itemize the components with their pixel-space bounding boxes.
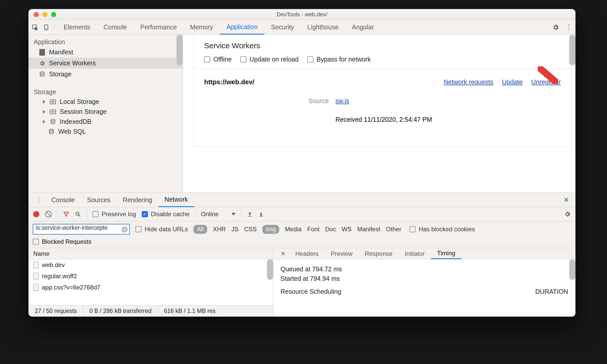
update-link[interactable]: Update	[502, 78, 523, 86]
table-icon	[50, 99, 56, 105]
top-tabs: Elements Console Performance Memory Appl…	[57, 20, 381, 34]
has-blocked-cookies-checkbox[interactable]: Has blocked cookies	[410, 226, 475, 233]
sw-origin: https://web.dev/	[204, 78, 254, 86]
settings-icon[interactable]	[552, 24, 559, 31]
more-menu-icon[interactable]: ⋮	[565, 23, 572, 31]
resource-scheduling-label: Resource Scheduling	[281, 288, 341, 295]
table-row[interactable]: app.css?v=6e2768d7	[29, 282, 273, 293]
bypass-for-network-checkbox[interactable]: Bypass for network	[307, 56, 371, 63]
offline-checkbox[interactable]: Offline	[204, 56, 232, 63]
network-settings-icon[interactable]	[564, 211, 571, 217]
drawer: ⋮ Console Sources Rendering Network ✕ Pr…	[29, 192, 575, 317]
storage-icon	[39, 71, 45, 78]
sidebar-item-session-storage[interactable]: Session Storage	[29, 107, 183, 117]
record-button[interactable]	[33, 211, 39, 217]
hide-data-urls-checkbox[interactable]: Hide data URLs	[135, 226, 188, 233]
svg-point-4	[40, 72, 44, 73]
svg-line-15	[79, 215, 80, 216]
devtools-window: DevTools - web.dev/ Elements Console Per…	[29, 9, 575, 317]
detail-tabs: ✕ Headers Preview Response Initiator Tim…	[273, 248, 575, 259]
type-other[interactable]: Other	[386, 226, 401, 233]
search-icon[interactable]	[75, 211, 81, 217]
type-doc[interactable]: Doc	[325, 226, 336, 233]
database-icon	[48, 128, 55, 135]
filter-icon[interactable]	[63, 211, 69, 217]
sidebar-item-indexeddb[interactable]: IndexedDB	[29, 117, 183, 127]
network-requests-link[interactable]: Network requests	[444, 78, 494, 86]
sidebar-item-storage[interactable]: Storage	[29, 69, 183, 80]
request-list: Name web.dev regular.woff2 app.css?v=6e2…	[29, 248, 273, 317]
tab-angular[interactable]: Angular	[345, 20, 380, 34]
detail-tab-response[interactable]: Response	[359, 248, 399, 259]
type-css[interactable]: CSS	[244, 226, 257, 233]
main-area: Application Manifest Service Workers Sto…	[29, 35, 575, 192]
disable-cache-checkbox[interactable]: Disable cache	[142, 211, 190, 218]
source-file-link[interactable]: sw.js	[335, 97, 349, 104]
type-ws[interactable]: WS	[342, 226, 352, 233]
column-header-name[interactable]: Name	[29, 248, 273, 259]
blocked-requests-checkbox[interactable]: Blocked Requests	[33, 238, 91, 245]
svg-rect-3	[39, 49, 45, 56]
drawer-tab-sources[interactable]: Sources	[81, 193, 117, 207]
tab-security[interactable]: Security	[264, 20, 301, 34]
database-icon	[50, 118, 56, 125]
file-icon	[33, 284, 39, 291]
sidebar-item-manifest[interactable]: Manifest	[29, 47, 183, 58]
detail-tab-headers[interactable]: Headers	[289, 248, 325, 259]
detail-tab-preview[interactable]: Preview	[325, 248, 359, 259]
request-list-scrollbar[interactable]	[267, 259, 273, 280]
status-requests: 27 / 50 requests	[29, 306, 83, 317]
type-media[interactable]: Media	[285, 226, 301, 233]
drawer-tab-rendering[interactable]: Rendering	[116, 193, 158, 207]
drawer-more-icon[interactable]: ⋮	[32, 196, 45, 204]
detail-tab-timing[interactable]: Timing	[431, 248, 461, 259]
disclosure-icon	[43, 120, 45, 124]
tab-performance[interactable]: Performance	[134, 20, 183, 34]
drawer-tab-network[interactable]: Network	[158, 193, 194, 207]
tab-memory[interactable]: Memory	[183, 20, 220, 34]
preserve-log-checkbox[interactable]: Preserve log	[92, 211, 136, 218]
throttling-select[interactable]: Online	[201, 211, 235, 218]
sidebar-item-label: Web SQL	[58, 128, 86, 135]
table-row[interactable]: regular.woff2	[29, 271, 273, 282]
drawer-close-icon[interactable]: ✕	[561, 196, 572, 204]
content-pane: Service Workers Offline Update on reload…	[183, 35, 575, 192]
detail-close-icon[interactable]: ✕	[277, 250, 289, 257]
file-icon	[33, 261, 39, 269]
upload-har-icon[interactable]	[247, 211, 253, 217]
tab-application[interactable]: Application	[220, 20, 264, 34]
svg-point-11	[51, 119, 55, 121]
tab-elements[interactable]: Elements	[57, 20, 97, 34]
type-font[interactable]: Font	[307, 226, 320, 233]
filter-input[interactable]: is:service-worker-intercepte ✕	[33, 224, 130, 235]
table-row[interactable]: web.dev	[29, 259, 273, 271]
top-tab-bar: Elements Console Performance Memory Appl…	[29, 20, 575, 35]
type-all[interactable]: All	[193, 225, 207, 234]
detail-tab-initiator[interactable]: Initiator	[399, 248, 431, 259]
inspect-icon[interactable]	[32, 24, 38, 31]
tab-console[interactable]: Console	[97, 20, 134, 34]
tab-lighthouse[interactable]: Lighthouse	[301, 20, 345, 34]
sidebar-scrollbar[interactable]	[177, 35, 183, 65]
service-workers-heading: Service Workers	[204, 41, 561, 50]
clear-filter-icon[interactable]: ✕	[122, 226, 128, 233]
type-js[interactable]: JS	[231, 226, 239, 233]
gear-icon	[39, 60, 45, 67]
type-manifest[interactable]: Manifest	[357, 226, 380, 233]
type-img[interactable]: Img	[262, 225, 279, 234]
sidebar-item-local-storage[interactable]: Local Storage	[29, 97, 183, 107]
clear-button[interactable]	[45, 211, 52, 217]
sidebar-item-service-workers[interactable]: Service Workers	[29, 58, 183, 69]
drawer-tabs: ⋮ Console Sources Rendering Network ✕	[29, 193, 575, 207]
download-har-icon[interactable]	[258, 211, 264, 217]
detail-scrollbar[interactable]	[569, 259, 575, 280]
status-transferred: 0 B / 286 kB transferred	[83, 306, 158, 317]
svg-point-14	[76, 212, 79, 215]
sidebar-item-websql[interactable]: Web SQL	[29, 127, 183, 137]
duration-label: DURATION	[535, 288, 568, 295]
sidebar-section-storage: Storage	[29, 85, 183, 97]
type-xhr[interactable]: XHR	[213, 226, 226, 233]
update-on-reload-checkbox[interactable]: Update on reload	[240, 56, 299, 63]
device-toolbar-icon[interactable]	[43, 24, 50, 31]
drawer-tab-console[interactable]: Console	[45, 193, 81, 207]
